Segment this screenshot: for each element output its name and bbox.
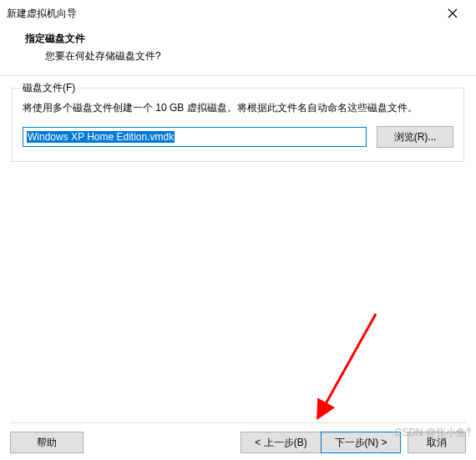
- titlebar: 新建虚拟机向导: [0, 0, 476, 27]
- footer-button-bar: 帮助 < 上一步(B) 下一步(N) > 取消: [10, 432, 466, 453]
- disk-file-value: Windows XP Home Edition.vmdk: [27, 131, 175, 143]
- page-subtitle: 您要在何处存储磁盘文件?: [45, 49, 466, 63]
- wizard-header: 指定磁盘文件 您要在何处存储磁盘文件?: [0, 27, 476, 75]
- wizard-footer: 帮助 < 上一步(B) 下一步(N) > 取消: [0, 414, 476, 453]
- page-title: 指定磁盘文件: [25, 32, 466, 46]
- file-input-row: Windows XP Home Edition.vmdk 浏览(R)...: [23, 126, 453, 148]
- groupbox-description: 将使用多个磁盘文件创建一个 10 GB 虚拟磁盘。将根据此文件名自动命名这些磁盘…: [23, 100, 453, 116]
- groupbox-title: 磁盘文件(F): [19, 81, 78, 95]
- cancel-button[interactable]: 取消: [408, 432, 466, 453]
- back-button[interactable]: < 上一步(B): [241, 432, 321, 453]
- next-button[interactable]: 下一步(N) >: [321, 432, 401, 453]
- footer-divider: [10, 422, 466, 423]
- disk-file-groupbox: 磁盘文件(F) 将使用多个磁盘文件创建一个 10 GB 虚拟磁盘。将根据此文件名…: [12, 88, 464, 162]
- help-button[interactable]: 帮助: [10, 432, 84, 453]
- close-icon: [448, 8, 458, 18]
- close-button[interactable]: [436, 3, 469, 24]
- body-area: 磁盘文件(F) 将使用多个磁盘文件创建一个 10 GB 虚拟磁盘。将根据此文件名…: [0, 76, 476, 162]
- svg-line-3: [319, 314, 376, 416]
- browse-button[interactable]: 浏览(R)...: [377, 126, 453, 148]
- window-title: 新建虚拟机向导: [7, 7, 77, 21]
- disk-file-input[interactable]: Windows XP Home Edition.vmdk: [23, 127, 367, 147]
